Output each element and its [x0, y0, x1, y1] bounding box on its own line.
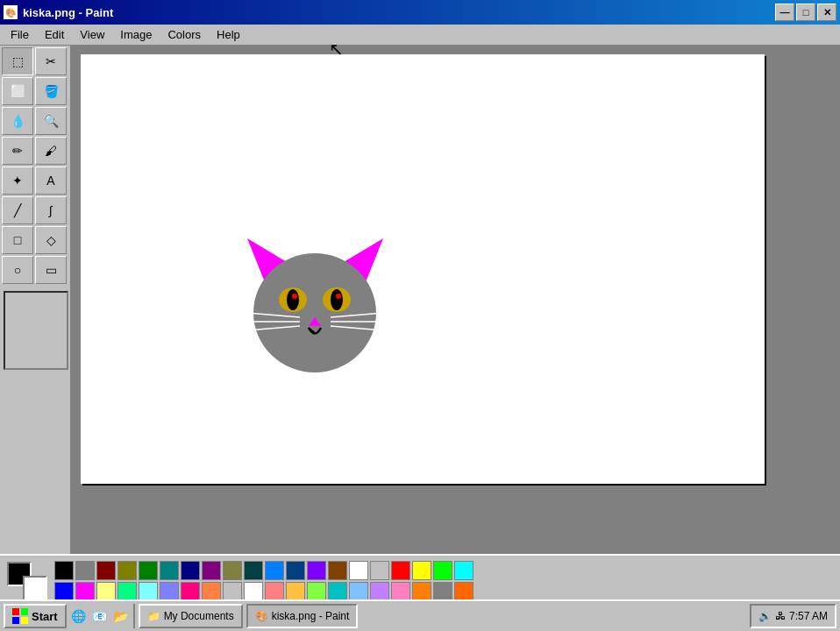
- color-swatch-24[interactable]: [139, 582, 158, 601]
- tool-brush[interactable]: 🖌: [35, 137, 67, 165]
- svg-rect-18: [21, 608, 28, 615]
- menu-item-colors[interactable]: Colors: [160, 26, 208, 43]
- color-swatch-27[interactable]: [202, 582, 221, 601]
- color-swatch-0[interactable]: [54, 561, 74, 580]
- tool-poly[interactable]: ◇: [35, 226, 67, 254]
- color-swatch-14[interactable]: [349, 561, 368, 580]
- toolbox: ⬚✂⬜🪣💧🔍✏🖌✦A╱∫□◇○▭: [0, 46, 72, 554]
- canvas-area[interactable]: [72, 46, 840, 554]
- tool-rect[interactable]: □: [2, 226, 33, 254]
- color-swatch-29[interactable]: [244, 582, 263, 601]
- color-swatch-34[interactable]: [349, 582, 368, 601]
- menu-item-image[interactable]: Image: [113, 26, 159, 43]
- svg-rect-20: [21, 617, 28, 624]
- color-swatch-13[interactable]: [328, 561, 347, 580]
- background-color[interactable]: [23, 576, 47, 600]
- color-swatch-28[interactable]: [223, 582, 242, 601]
- tool-curve[interactable]: ∫: [35, 196, 67, 224]
- color-swatch-21[interactable]: [75, 582, 95, 601]
- color-swatch-30[interactable]: [265, 582, 284, 601]
- volume-icon: 🔊: [758, 610, 772, 622]
- menu-item-edit[interactable]: Edit: [38, 26, 71, 43]
- color-swatch-7[interactable]: [202, 561, 221, 580]
- quick-launch-icon-2[interactable]: 📧: [91, 607, 109, 625]
- color-swatch-17[interactable]: [412, 561, 431, 580]
- color-swatch-3[interactable]: [117, 561, 137, 580]
- main-area: ⬚✂⬜🪣💧🔍✏🖌✦A╱∫□◇○▭: [0, 46, 840, 554]
- menu-item-file[interactable]: File: [4, 26, 36, 43]
- menu-item-view[interactable]: View: [73, 26, 111, 43]
- color-swatch-22[interactable]: [96, 582, 116, 601]
- tool-eraser[interactable]: ⬜: [2, 77, 33, 105]
- taskbar-paint[interactable]: 🎨 kiska.png - Paint: [246, 604, 359, 628]
- menu-item-help[interactable]: Help: [210, 26, 247, 43]
- tool-ellipse[interactable]: ○: [2, 256, 33, 284]
- color-swatch-25[interactable]: [160, 582, 179, 601]
- taskbar-paint-icon: 🎨: [255, 610, 268, 622]
- color-swatch-23[interactable]: [117, 582, 137, 601]
- color-swatch-15[interactable]: [370, 561, 389, 580]
- color-swatch-35[interactable]: [370, 582, 389, 601]
- system-clock: 7:57 AM: [789, 610, 828, 622]
- quick-launch-icon-3[interactable]: 📂: [112, 607, 130, 625]
- color-swatch-16[interactable]: [391, 561, 410, 580]
- svg-point-5: [292, 294, 297, 299]
- color-swatch-5[interactable]: [160, 561, 179, 580]
- system-tray: 🔊 🖧 7:57 AM: [750, 604, 836, 628]
- tool-pencil[interactable]: ✏: [2, 137, 33, 165]
- svg-point-2: [253, 253, 376, 372]
- minimize-button[interactable]: —: [775, 4, 794, 21]
- start-button[interactable]: Start: [4, 604, 67, 628]
- color-swatch-18[interactable]: [433, 561, 452, 580]
- color-swatch-32[interactable]: [307, 582, 326, 601]
- color-swatch-8[interactable]: [223, 561, 242, 580]
- tool-select-rect[interactable]: ⬚: [2, 47, 33, 75]
- quick-launch-icon-1[interactable]: 🌐: [70, 607, 88, 625]
- color-swatch-36[interactable]: [391, 582, 410, 601]
- title-bar: 🎨 kiska.png - Paint — □ ✕: [0, 0, 840, 25]
- color-swatch-12[interactable]: [307, 561, 326, 580]
- color-swatch-19[interactable]: [454, 561, 473, 580]
- taskbar-paint-label: kiska.png - Paint: [272, 610, 350, 622]
- color-swatch-6[interactable]: [181, 561, 200, 580]
- taskbar-my-documents[interactable]: 📁 My Documents: [139, 604, 243, 628]
- color-swatch-4[interactable]: [139, 561, 158, 580]
- color-swatch-10[interactable]: [265, 561, 284, 580]
- color-swatch-26[interactable]: [181, 582, 200, 601]
- tool-select-free[interactable]: ✂: [35, 47, 67, 75]
- tool-eyedropper[interactable]: 💧: [2, 107, 33, 135]
- tool-grid: ⬚✂⬜🪣💧🔍✏🖌✦A╱∫□◇○▭: [2, 47, 68, 284]
- color-swatch-38[interactable]: [433, 582, 452, 601]
- svg-point-7: [331, 289, 343, 310]
- tool-fill[interactable]: 🪣: [35, 77, 67, 105]
- svg-rect-17: [12, 608, 19, 615]
- color-swatch-11[interactable]: [286, 561, 305, 580]
- canvas[interactable]: [81, 54, 765, 484]
- tool-line[interactable]: ╱: [2, 196, 33, 224]
- taskbar-my-documents-label: My Documents: [164, 610, 234, 622]
- svg-point-8: [336, 294, 341, 299]
- color-swatch-39[interactable]: [454, 582, 473, 601]
- tool-rounded-rect[interactable]: ▭: [35, 256, 67, 284]
- tool-magnifier[interactable]: 🔍: [35, 107, 67, 135]
- color-swatch-20[interactable]: [54, 582, 74, 601]
- title-bar-left: 🎨 kiska.png - Paint: [4, 5, 113, 19]
- color-swatch-9[interactable]: [244, 561, 263, 580]
- color-indicator: [7, 562, 47, 600]
- svg-rect-19: [12, 617, 19, 624]
- color-swatch-1[interactable]: [75, 561, 95, 580]
- cat-image: [238, 230, 392, 386]
- color-swatch-31[interactable]: [286, 582, 305, 601]
- quick-launch: 🌐 📧 📂: [70, 604, 135, 628]
- close-button[interactable]: ✕: [817, 4, 836, 21]
- color-swatch-37[interactable]: [412, 582, 431, 601]
- color-swatch-33[interactable]: [328, 582, 347, 601]
- start-label: Start: [32, 610, 58, 623]
- tool-airbrush[interactable]: ✦: [2, 167, 33, 195]
- maximize-button[interactable]: □: [796, 4, 815, 21]
- tool-text[interactable]: A: [35, 167, 67, 195]
- network-icon: 🖧: [775, 610, 786, 622]
- color-swatch-2[interactable]: [96, 561, 116, 580]
- menu-bar: FileEditViewImageColorsHelp: [0, 25, 840, 46]
- app-icon: 🎨: [4, 5, 18, 19]
